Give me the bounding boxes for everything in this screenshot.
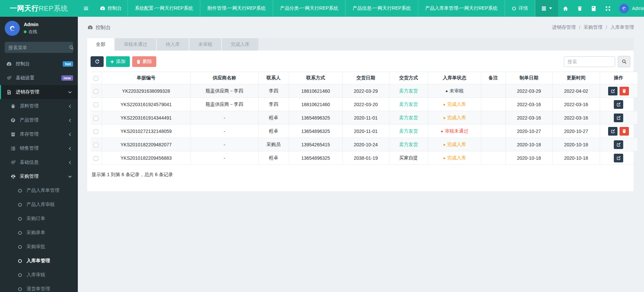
row-select-cell bbox=[91, 111, 102, 125]
navbar-tab[interactable]: 产品入库单管理-一网天行REP系统 bbox=[418, 0, 504, 17]
navbar-tab[interactable]: 附件管理-一网天行REP系统 bbox=[200, 0, 272, 17]
table-row: YKS2010182209482077-采购员139542654152020-1… bbox=[91, 138, 637, 151]
sidebar-item[interactable]: 基础设置new bbox=[0, 71, 78, 85]
column-header: 更新时间 bbox=[552, 72, 600, 84]
breadcrumb-item[interactable]: 采购管理 bbox=[584, 24, 602, 30]
cell-remark bbox=[481, 111, 505, 125]
table-search-button[interactable] bbox=[618, 56, 630, 67]
navbar-tab-label: 附件管理-一网天行REP系统 bbox=[207, 5, 265, 11]
row-checkbox[interactable] bbox=[94, 102, 98, 107]
sidebar-item[interactable]: 采购审批 bbox=[0, 240, 78, 254]
navbar-tab[interactable]: 产品信息-一网天行REP系统 bbox=[345, 0, 418, 17]
sidebar-item[interactable]: 产品入库单管理 bbox=[0, 184, 78, 198]
refresh-button[interactable] bbox=[91, 56, 104, 67]
row-edit-button[interactable] bbox=[614, 100, 623, 109]
column-header: 备注 bbox=[481, 72, 505, 84]
navbar-tab-label: 系统配置-一网天行REP系统 bbox=[135, 5, 193, 11]
column-header: 入库单状态 bbox=[428, 72, 481, 84]
chevron-left-icon bbox=[66, 119, 73, 122]
row-checkbox[interactable] bbox=[94, 116, 98, 121]
navbar-tab[interactable]: 详情 bbox=[504, 0, 535, 17]
sidebar-item[interactable]: 采购管理 bbox=[0, 169, 78, 184]
sidebar-item-label: 原料管理 bbox=[20, 103, 39, 109]
sidebar-item[interactable]: 基础信息 bbox=[0, 155, 78, 169]
sidebar-item[interactable]: 产品管理 bbox=[0, 113, 78, 127]
cell-phone: 13654896325 bbox=[289, 125, 342, 138]
table-header-row: 单据编号供应商名称联系人联系方式交货日期交货方式入库单状态备注制单日期更新时间操… bbox=[91, 72, 637, 84]
column-header: 联系人 bbox=[258, 72, 289, 84]
cell-phone: 13654896325 bbox=[289, 111, 342, 125]
cell-supplier: - bbox=[191, 111, 258, 125]
menu-list-icon bbox=[541, 6, 546, 11]
navbar-tab[interactable]: 系统配置-一网天行REP系统 bbox=[127, 0, 200, 17]
filter-tab[interactable]: 完成入库 bbox=[222, 38, 258, 51]
sidebar-item[interactable]: 进销存管理 bbox=[0, 85, 78, 99]
select-all-checkbox[interactable] bbox=[94, 76, 98, 81]
row-delete-button[interactable] bbox=[620, 127, 629, 136]
sidebar-search-input[interactable] bbox=[8, 45, 69, 50]
row-edit-button[interactable] bbox=[608, 87, 618, 95]
navbar-dashboard-item[interactable]: 控制台 bbox=[94, 0, 127, 17]
cell-order-no: YK2203291638099328 bbox=[102, 84, 191, 98]
layout-menu-dropdown[interactable] bbox=[535, 0, 558, 17]
sidebar-item[interactable]: 销售管理 bbox=[0, 141, 78, 155]
sidebar-item[interactable]: 入库单管理 bbox=[0, 254, 78, 268]
dashboard-icon bbox=[6, 62, 12, 66]
row-checkbox[interactable] bbox=[94, 156, 98, 161]
breadcrumb-separator: / bbox=[579, 25, 580, 30]
row-checkbox[interactable] bbox=[94, 89, 98, 94]
sidebar-item[interactable]: 采购录单 bbox=[0, 226, 78, 240]
table-search-group bbox=[564, 56, 630, 67]
row-edit-button[interactable] bbox=[614, 154, 623, 162]
row-edit-button[interactable] bbox=[614, 140, 623, 149]
row-checkbox[interactable] bbox=[94, 129, 98, 134]
filter-tab[interactable]: 待入库 bbox=[157, 38, 189, 51]
filter-tab[interactable]: 未审核 bbox=[190, 38, 221, 51]
sidebar-item[interactable]: 原料管理 bbox=[0, 99, 78, 113]
breadcrumb-item[interactable]: 入库单管理 bbox=[610, 24, 634, 30]
cell-updated-date: 2022-04-02 bbox=[552, 84, 600, 98]
sidebar-menu: 控制台hot基础设置new进销存管理原料管理产品管理库存管理销售管理基础信息采购… bbox=[0, 57, 78, 292]
fullscreen-button[interactable] bbox=[601, 0, 615, 17]
brand-logo[interactable]: 一网天行REP系统 bbox=[0, 0, 78, 17]
record-summary: 显示第 1 到第 6 条记录，总共 6 条记录 bbox=[91, 172, 630, 178]
avatar bbox=[619, 4, 629, 13]
cell-contact: 程卓 bbox=[258, 111, 289, 125]
cell-delivery-date: 2020-10-24 bbox=[342, 138, 389, 151]
row-edit-button[interactable] bbox=[614, 114, 623, 122]
clear-button[interactable] bbox=[573, 0, 587, 17]
filter-tab[interactable]: 全部 bbox=[87, 38, 114, 51]
navbar-tab[interactable]: 产品分类-一网天行REP系统 bbox=[273, 0, 345, 17]
user-menu[interactable]: Admin bbox=[615, 0, 644, 17]
sidebar-item[interactable]: 入库审核 bbox=[0, 268, 78, 282]
list-icon bbox=[10, 146, 16, 151]
status-label: 完成入库 bbox=[447, 142, 466, 147]
row-checkbox[interactable] bbox=[94, 143, 98, 147]
brand-light: REP系统 bbox=[39, 4, 68, 13]
sidebar-item-label: 产品入库单管理 bbox=[26, 188, 59, 194]
log-button[interactable] bbox=[587, 0, 601, 17]
sidebar-toggle-button[interactable] bbox=[78, 0, 94, 17]
scale-icon bbox=[10, 174, 16, 179]
sidebar-item[interactable]: 控制台hot bbox=[0, 57, 78, 71]
sidebar-item[interactable]: 库存管理 bbox=[0, 127, 78, 141]
table-search-input[interactable] bbox=[564, 56, 615, 67]
breadcrumb-item[interactable]: 进销存管理 bbox=[552, 24, 576, 30]
add-button[interactable]: 添加 bbox=[106, 56, 130, 67]
sidebar-item-label: 采购管理 bbox=[20, 173, 39, 179]
sidebar-item[interactable]: 退货单管理 bbox=[0, 282, 78, 292]
sidebar-item[interactable]: 产品入库审核 bbox=[0, 198, 78, 212]
delete-button[interactable]: 删除 bbox=[132, 56, 156, 67]
cell-delivery-date: 2038-01-19 bbox=[342, 151, 389, 165]
status-label: 审核未通过 bbox=[445, 128, 468, 134]
filter-tab[interactable]: 审核未通过 bbox=[115, 38, 156, 51]
edit-icon bbox=[616, 102, 621, 106]
sidebar-item[interactable]: 采购订单 bbox=[0, 212, 78, 226]
status-dot-icon: ● bbox=[445, 89, 448, 93]
row-delete-button[interactable] bbox=[620, 87, 629, 95]
chevron-left-icon bbox=[66, 161, 73, 164]
circle-icon bbox=[16, 189, 23, 193]
home-button[interactable] bbox=[558, 0, 573, 17]
cell-order-no: YKS2010182209456883 bbox=[102, 151, 191, 165]
row-edit-button[interactable] bbox=[608, 127, 618, 136]
